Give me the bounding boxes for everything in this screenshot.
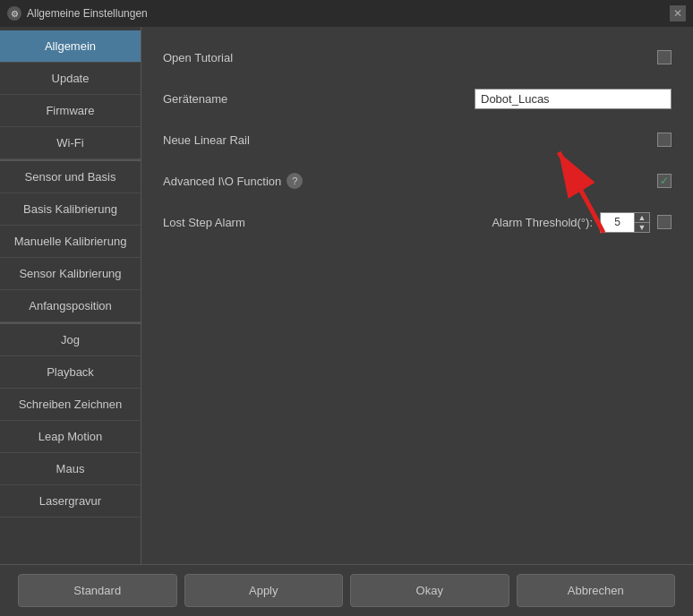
sidebar-item-anfangsposition[interactable]: Anfangsposition — [0, 290, 141, 322]
content-row: AllgemeinUpdateFirmwareWi-FiSensor und B… — [0, 27, 693, 564]
window-frame: ⚙ Allgemeine Einstellungen ✕ AllgemeinUp… — [0, 0, 693, 616]
label-advanced-io: Advanced I\O Function ? — [163, 173, 360, 189]
label-open-tutorial: Open Tutorial — [163, 51, 360, 64]
sidebar-item-update[interactable]: Update — [0, 63, 141, 95]
checkbox-advanced-io[interactable] — [657, 174, 672, 188]
input-geraetename[interactable] — [475, 89, 672, 109]
checkbox-lost-step-alarm[interactable] — [657, 215, 672, 229]
sidebar-item-manuelle-kalibrierung[interactable]: Manuelle Kalibrierung — [0, 226, 141, 258]
apply-button[interactable]: Apply — [184, 574, 344, 607]
sidebar-item-jog[interactable]: Jog — [0, 322, 141, 356]
label-advanced-io-text: Advanced I\O Function — [163, 175, 281, 188]
label-neue-linear-rail: Neue Linear Rail — [163, 133, 360, 147]
spinbox-alarm-threshold[interactable]: ▲ ▼ — [600, 212, 650, 233]
window-title: Allgemeine Einstellungen — [27, 7, 670, 20]
help-icon-advanced-io[interactable]: ? — [287, 173, 303, 189]
alarm-threshold-label: Alarm Threshold(°): — [492, 216, 593, 229]
sidebar-item-firmware[interactable]: Firmware — [0, 95, 141, 127]
sidebar-item-lasergravur[interactable]: Lasergravur — [0, 485, 141, 518]
spinbox-down[interactable]: ▼ — [635, 223, 649, 232]
sidebar-item-leap-motion[interactable]: Leap Motion — [0, 421, 141, 453]
okay-button[interactable]: Okay — [350, 574, 509, 607]
row-open-tutorial: Open Tutorial — [163, 45, 672, 70]
spinbox-arrows: ▲ ▼ — [634, 212, 650, 233]
row-geraetename: Gerätename — [163, 86, 672, 111]
row-neue-linear-rail: Neue Linear Rail — [163, 127, 672, 152]
row-lost-step-alarm: Lost Step Alarm Alarm Threshold(°): ▲ ▼ — [163, 210, 672, 235]
bottom-bar: Standard Apply Okay Abbrechen — [0, 564, 693, 616]
sidebar-item-basis-kalibrierung[interactable]: Basis Kalibrierung — [0, 193, 141, 226]
sidebar-item-sensor-kalibrierung[interactable]: Sensor Kalibrierung — [0, 258, 141, 290]
row-advanced-io: Advanced I\O Function ? — [163, 168, 672, 193]
title-bar: ⚙ Allgemeine Einstellungen ✕ — [0, 0, 693, 27]
sidebar: AllgemeinUpdateFirmwareWi-FiSensor und B… — [0, 27, 141, 564]
spinbox-up[interactable]: ▲ — [635, 213, 649, 222]
checkbox-neue-linear-rail[interactable] — [657, 133, 672, 147]
sidebar-item-maus[interactable]: Maus — [0, 453, 141, 485]
sidebar-item-schreiben-zeichnen[interactable]: Schreiben Zeichnen — [0, 389, 141, 421]
spinbox-input[interactable] — [600, 212, 634, 233]
sidebar-item-playback[interactable]: Playback — [0, 356, 141, 389]
standard-button[interactable]: Standard — [18, 574, 177, 607]
main-layout: AllgemeinUpdateFirmwareWi-FiSensor und B… — [0, 27, 693, 616]
settings-content: Open Tutorial Gerätename Neue Linear Rai… — [141, 27, 693, 564]
label-lost-step-alarm: Lost Step Alarm — [163, 216, 360, 229]
sidebar-item-allgemein[interactable]: Allgemein — [0, 30, 141, 63]
close-button[interactable]: ✕ — [670, 5, 686, 21]
checkbox-open-tutorial[interactable] — [657, 50, 672, 64]
label-geraetename: Gerätename — [163, 92, 360, 106]
sidebar-item-sensor-basis[interactable]: Sensor und Basis — [0, 159, 141, 193]
window-icon-glyph: ⚙ — [11, 9, 19, 19]
sidebar-item-wifi[interactable]: Wi-Fi — [0, 127, 141, 159]
window-icon: ⚙ — [7, 6, 21, 21]
abbrechen-button[interactable]: Abbrechen — [517, 574, 676, 607]
